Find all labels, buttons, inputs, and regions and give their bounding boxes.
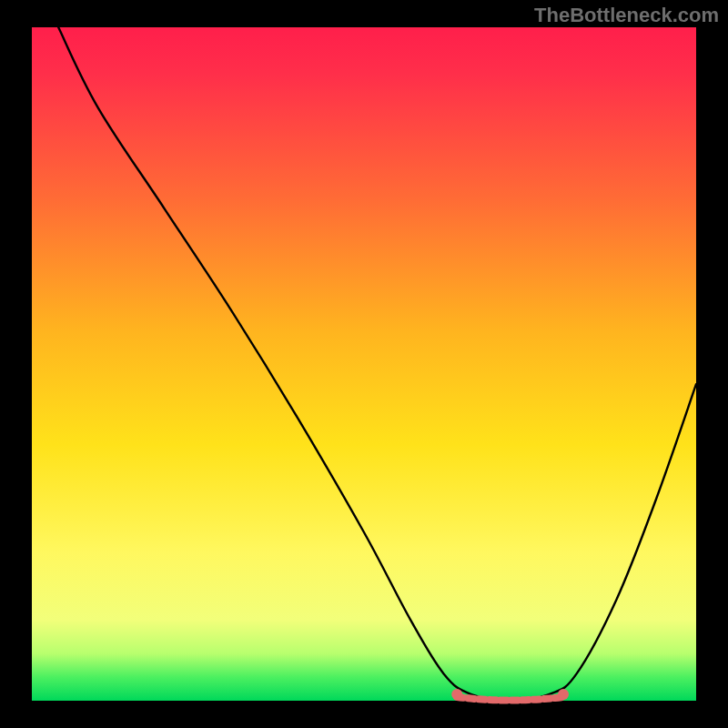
svg-point-0 [451,689,462,700]
chart-frame: { "watermark": "TheBottleneck.com", "cha… [0,0,728,728]
svg-point-1 [558,689,569,700]
watermark-text: TheBottleneck.com [534,4,719,27]
plot-area [32,27,696,701]
bottleneck-chart [0,0,728,728]
